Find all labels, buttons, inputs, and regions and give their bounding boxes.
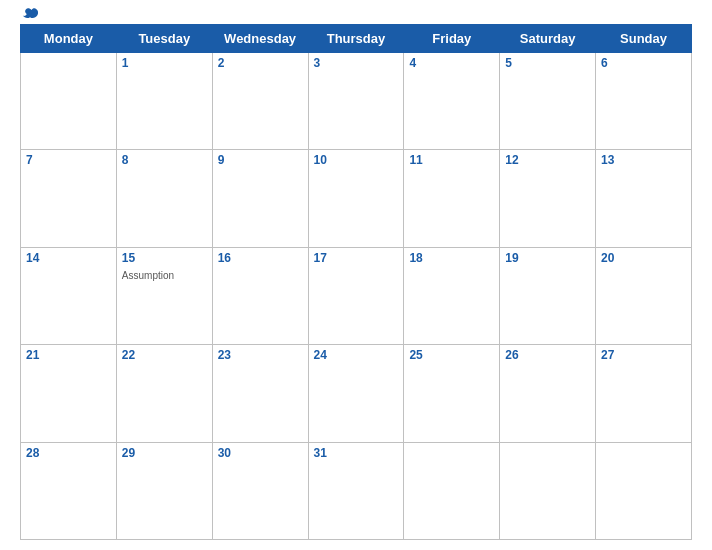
day-number: 28 xyxy=(26,446,111,460)
calendar-cell xyxy=(404,442,500,539)
calendar-cell: 29 xyxy=(116,442,212,539)
day-header-friday: Friday xyxy=(404,25,500,53)
calendar-cell: 20 xyxy=(596,247,692,344)
day-number: 6 xyxy=(601,56,686,70)
day-number: 10 xyxy=(314,153,399,167)
day-number: 20 xyxy=(601,251,686,265)
calendar-cell: 21 xyxy=(21,345,117,442)
logo xyxy=(20,7,38,21)
day-number: 9 xyxy=(218,153,303,167)
day-header-wednesday: Wednesday xyxy=(212,25,308,53)
day-number: 12 xyxy=(505,153,590,167)
day-number: 27 xyxy=(601,348,686,362)
days-header-row: MondayTuesdayWednesdayThursdayFridaySatu… xyxy=(21,25,692,53)
day-number: 18 xyxy=(409,251,494,265)
calendar-cell: 27 xyxy=(596,345,692,442)
calendar-week-5: 28293031 xyxy=(21,442,692,539)
calendar-header xyxy=(20,10,692,18)
calendar-cell: 16 xyxy=(212,247,308,344)
calendar-cell: 2 xyxy=(212,53,308,150)
calendar-cell: 5 xyxy=(500,53,596,150)
day-number: 5 xyxy=(505,56,590,70)
day-number: 25 xyxy=(409,348,494,362)
day-number: 3 xyxy=(314,56,399,70)
day-number: 15 xyxy=(122,251,207,265)
calendar-cell: 11 xyxy=(404,150,500,247)
calendar-cell: 6 xyxy=(596,53,692,150)
calendar-cell: 18 xyxy=(404,247,500,344)
calendar-week-1: 123456 xyxy=(21,53,692,150)
day-header-tuesday: Tuesday xyxy=(116,25,212,53)
calendar-cell: 10 xyxy=(308,150,404,247)
calendar-cell: 28 xyxy=(21,442,117,539)
logo-blue-text xyxy=(20,7,38,21)
calendar-cell: 8 xyxy=(116,150,212,247)
calendar-table: MondayTuesdayWednesdayThursdayFridaySatu… xyxy=(20,24,692,540)
day-number: 14 xyxy=(26,251,111,265)
day-number: 23 xyxy=(218,348,303,362)
calendar-cell: 14 xyxy=(21,247,117,344)
calendar-cell: 24 xyxy=(308,345,404,442)
calendar-cell: 31 xyxy=(308,442,404,539)
calendar-cell: 13 xyxy=(596,150,692,247)
day-number: 4 xyxy=(409,56,494,70)
calendar-cell: 19 xyxy=(500,247,596,344)
calendar-cell xyxy=(596,442,692,539)
calendar-week-3: 1415Assumption1617181920 xyxy=(21,247,692,344)
day-number: 17 xyxy=(314,251,399,265)
day-number: 29 xyxy=(122,446,207,460)
day-number: 11 xyxy=(409,153,494,167)
day-number: 21 xyxy=(26,348,111,362)
calendar-cell: 15Assumption xyxy=(116,247,212,344)
calendar-week-4: 21222324252627 xyxy=(21,345,692,442)
calendar-cell: 12 xyxy=(500,150,596,247)
day-header-sunday: Sunday xyxy=(596,25,692,53)
calendar-cell: 22 xyxy=(116,345,212,442)
day-number: 16 xyxy=(218,251,303,265)
day-number: 7 xyxy=(26,153,111,167)
calendar-cell: 30 xyxy=(212,442,308,539)
logo-bird-icon xyxy=(22,7,38,21)
day-header-saturday: Saturday xyxy=(500,25,596,53)
day-number: 30 xyxy=(218,446,303,460)
calendar-cell: 7 xyxy=(21,150,117,247)
day-header-monday: Monday xyxy=(21,25,117,53)
calendar-cell: 4 xyxy=(404,53,500,150)
calendar-cell xyxy=(21,53,117,150)
calendar-cell: 26 xyxy=(500,345,596,442)
day-number: 24 xyxy=(314,348,399,362)
day-number: 19 xyxy=(505,251,590,265)
calendar-cell: 1 xyxy=(116,53,212,150)
calendar-cell: 17 xyxy=(308,247,404,344)
calendar-cell: 25 xyxy=(404,345,500,442)
calendar-cell: 9 xyxy=(212,150,308,247)
holiday-label: Assumption xyxy=(122,270,174,281)
day-number: 8 xyxy=(122,153,207,167)
calendar-week-2: 78910111213 xyxy=(21,150,692,247)
day-number: 1 xyxy=(122,56,207,70)
calendar-cell xyxy=(500,442,596,539)
day-number: 26 xyxy=(505,348,590,362)
day-header-thursday: Thursday xyxy=(308,25,404,53)
day-number: 31 xyxy=(314,446,399,460)
calendar-cell: 23 xyxy=(212,345,308,442)
day-number: 22 xyxy=(122,348,207,362)
day-number: 2 xyxy=(218,56,303,70)
day-number: 13 xyxy=(601,153,686,167)
calendar-cell: 3 xyxy=(308,53,404,150)
